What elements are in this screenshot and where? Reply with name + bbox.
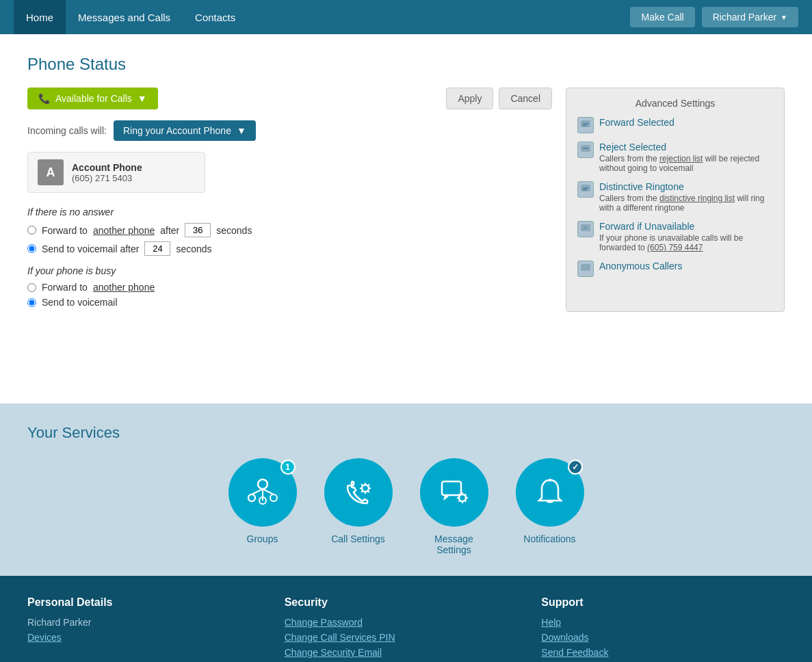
busy-section: If your phone is busy Forward to another… xyxy=(27,265,552,308)
busy-voicemail-radio[interactable] xyxy=(27,298,36,307)
phone-number: (605) 271 5403 xyxy=(72,173,142,183)
phone-avatar: A xyxy=(38,159,64,185)
adv-anonymous-callers: Anonymous Callers xyxy=(577,261,773,277)
footer-help-link[interactable]: Help xyxy=(541,617,785,628)
footer-downloads-link[interactable]: Downloads xyxy=(541,632,785,643)
adv-distinctive-ringtone: Distinctive Ringtone Callers from the di… xyxy=(577,181,773,213)
page-title: Phone Status xyxy=(27,55,785,74)
svg-line-27 xyxy=(361,491,363,492)
reject-selected-icon xyxy=(577,142,594,158)
rejection-list-link[interactable]: rejection list xyxy=(659,154,703,163)
groups-icon xyxy=(245,475,280,510)
distinctive-ringtone-desc: Callers from the distinctive ringing lis… xyxy=(599,194,773,213)
footer-support: Support Help Downloads Send Feedback xyxy=(541,596,785,662)
message-settings-label: Message Settings xyxy=(434,533,473,555)
notifications-label: Notifications xyxy=(523,533,575,544)
user-menu-button[interactable]: Richard Parker ▼ xyxy=(702,7,798,27)
footer-support-title: Support xyxy=(541,596,785,609)
svg-line-38 xyxy=(458,501,460,502)
svg-line-14 xyxy=(252,489,263,494)
service-call-settings[interactable]: Call Settings xyxy=(324,458,393,555)
footer-change-password-link[interactable]: Change Password xyxy=(285,617,528,628)
cancel-button[interactable]: Cancel xyxy=(499,88,552,109)
no-answer-forward-row: Forward to another phone after seconds xyxy=(27,223,552,237)
nav-home[interactable]: Home xyxy=(14,0,66,34)
message-settings-icon xyxy=(436,475,472,510)
notifications-icon xyxy=(532,475,568,510)
svg-point-18 xyxy=(248,494,255,501)
phone-icon: 📞 xyxy=(38,93,50,104)
status-row: 📞 Available for Calls ▼ Apply Cancel xyxy=(27,88,552,109)
main-content: Phone Status 📞 Available for Calls ▼ App… xyxy=(0,34,812,403)
footer-security-title: Security xyxy=(285,596,528,609)
service-groups[interactable]: 1 Groups xyxy=(228,458,297,555)
busy-forward-radio[interactable] xyxy=(27,283,36,292)
groups-label: Groups xyxy=(247,533,278,544)
forward-unavailable-desc: If your phone is unavailable calls will … xyxy=(599,233,773,252)
forward-unavailable-icon: ↗ xyxy=(577,221,594,237)
adv-reject-selected: Reject Selected Callers from the rejecti… xyxy=(577,142,773,173)
notifications-badge: ✓ xyxy=(568,460,583,475)
phone-name: Account Phone xyxy=(72,162,142,173)
forward-phone-radio[interactable] xyxy=(27,226,36,235)
ring-dropdown-button[interactable]: Ring your Account Phone ▼ xyxy=(114,120,256,141)
footer-personal-name: Richard Parker xyxy=(27,617,271,628)
account-phone-card: A Account Phone (605) 271 5403 xyxy=(27,152,205,193)
footer-security: Security Change Password Change Call Ser… xyxy=(285,596,528,662)
nav-messages-calls[interactable]: Messages and Calls xyxy=(66,0,183,34)
forward-unavailable-link[interactable]: Forward if Unavailable xyxy=(599,221,694,232)
busy-forward-row: Forward to another phone xyxy=(27,282,552,293)
incoming-label: Incoming calls will: xyxy=(27,125,107,136)
another-phone-link[interactable]: another phone xyxy=(93,225,155,236)
incoming-row: Incoming calls will: Ring your Account P… xyxy=(27,120,552,141)
forward-number-link[interactable]: (605) 759 4447 xyxy=(647,243,703,252)
svg-text:↗: ↗ xyxy=(583,226,587,230)
dropdown-arrow-icon: ▼ xyxy=(781,14,787,21)
voicemail-seconds-input[interactable] xyxy=(144,241,170,256)
voicemail-label: Send to voicemail after xyxy=(42,243,139,254)
service-message-settings[interactable]: Message Settings xyxy=(420,458,488,555)
footer-change-security-email-link[interactable]: Change Security Email xyxy=(285,647,528,658)
busy-voicemail-label: Send to voicemail xyxy=(42,297,118,308)
svg-line-35 xyxy=(458,494,460,496)
status-actions: Apply Cancel xyxy=(446,88,552,109)
nav-right: Make Call Richard Parker ▼ xyxy=(630,7,798,27)
reject-selected-link[interactable]: Reject Selected xyxy=(599,142,666,153)
phone-info: Account Phone (605) 271 5403 xyxy=(72,162,142,183)
no-answer-voicemail-row: Send to voicemail after seconds xyxy=(27,241,552,256)
left-column: 📞 Available for Calls ▼ Apply Cancel Inc… xyxy=(27,88,552,312)
busy-another-phone-link[interactable]: another phone xyxy=(93,282,155,293)
no-answer-section: If there is no answer Forward to another… xyxy=(27,207,552,256)
anonymous-callers-link[interactable]: Anonymous Callers xyxy=(599,261,682,272)
after-label: after xyxy=(160,225,179,236)
services-title: Your Services xyxy=(27,424,785,442)
footer-devices-link[interactable]: Devices xyxy=(27,632,271,643)
reject-selected-desc: Callers from the rejection list will be … xyxy=(599,154,773,173)
nav-contacts[interactable]: Contacts xyxy=(183,0,248,34)
status-dropdown-button[interactable]: 📞 Available for Calls ▼ xyxy=(27,88,158,109)
footer-change-call-pin-link[interactable]: Change Call Services PIN xyxy=(285,632,528,643)
call-settings-circle xyxy=(324,458,393,527)
footer-feedback-link[interactable]: Send Feedback xyxy=(541,647,785,658)
footer: Personal Details Richard Parker Devices … xyxy=(0,576,812,662)
call-settings-label: Call Settings xyxy=(331,533,385,544)
forward-selected-link[interactable]: Forward Selected xyxy=(599,117,675,128)
footer-personal-title: Personal Details xyxy=(27,596,271,609)
groups-badge: 1 xyxy=(280,460,296,475)
svg-line-15 xyxy=(263,489,274,494)
navbar: Home Messages and Calls Contacts Make Ca… xyxy=(0,0,812,34)
status-dropdown-arrow-icon: ▼ xyxy=(137,93,147,104)
forward-selected-icon xyxy=(577,117,594,133)
svg-point-19 xyxy=(362,485,369,492)
apply-button[interactable]: Apply xyxy=(446,88,493,109)
forward-seconds-input[interactable] xyxy=(185,223,211,237)
distinctive-ringtone-link[interactable]: Distinctive Ringtone xyxy=(599,181,684,192)
voicemail-seconds-label: seconds xyxy=(176,243,211,254)
distinctive-ringing-list-link[interactable]: distinctive ringing list xyxy=(659,194,735,203)
voicemail-radio[interactable] xyxy=(27,244,36,253)
service-notifications[interactable]: ✓ Notifications xyxy=(516,458,584,555)
busy-voicemail-row: Send to voicemail xyxy=(27,297,552,308)
make-call-button[interactable]: Make Call xyxy=(630,7,694,27)
busy-forward-label: Forward to xyxy=(42,282,88,293)
call-settings-icon xyxy=(341,475,376,510)
